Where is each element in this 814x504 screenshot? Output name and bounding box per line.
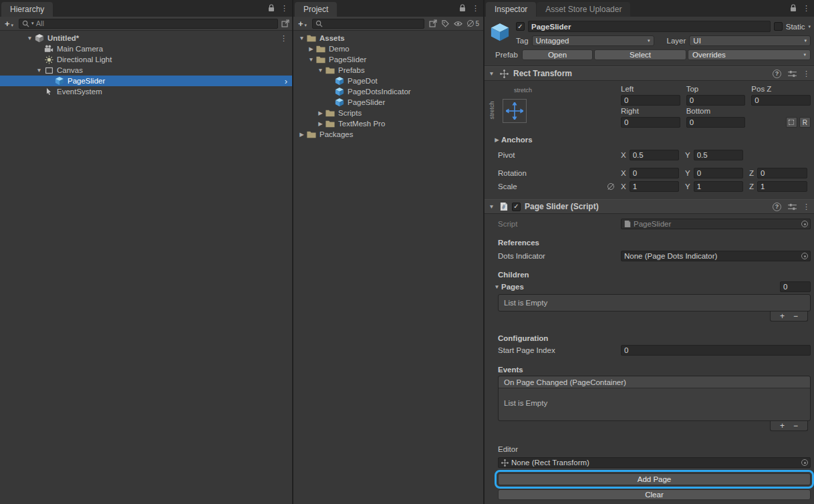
project-search-input[interactable] [312,19,424,29]
foldout-open-icon[interactable]: ▼ [35,67,43,74]
prefab-enter-arrow-icon[interactable]: › [285,76,287,86]
create-add-button[interactable]: +▾ [3,19,15,29]
list-add-button[interactable]: + [780,312,785,320]
project-item-pageslider-prefab[interactable]: PageSlider [293,97,483,108]
foldout-open-icon[interactable]: ▼ [307,56,315,63]
project-item-pagedotsindicator[interactable]: PageDotsIndicator [293,86,483,97]
pivot-y-field[interactable] [694,150,743,160]
presets-icon[interactable] [787,203,797,211]
rotation-y-field[interactable] [694,168,743,178]
foldout-open-icon[interactable]: ▼ [487,203,496,210]
script-object-field[interactable]: PageSlider [621,219,811,229]
pivot-x-field[interactable] [630,150,679,160]
dots-indicator-object-field[interactable]: None (Page Dots Indicator) [621,251,811,261]
event-header[interactable]: On Page Changed (PageContainer) [499,376,810,388]
foldout-closed-icon[interactable]: ▶ [307,45,315,52]
foldout-open-icon[interactable]: ▼ [316,67,325,74]
static-dropdown-icon[interactable]: ▾ [808,24,811,29]
search-by-label-icon[interactable] [442,20,449,27]
gameobject-name-field[interactable] [528,21,771,32]
lock-icon[interactable] [268,4,275,12]
bottom-field[interactable] [686,117,746,128]
open-search-window-icon[interactable] [281,19,289,27]
unlinked-scale-icon[interactable] [607,183,614,190]
kebab-menu-icon[interactable]: ⋮ [803,5,810,12]
help-icon[interactable]: ? [773,70,781,78]
foldout-closed-icon[interactable]: ▶ [316,120,325,127]
foldout-open-icon[interactable]: ▼ [493,283,501,290]
list-remove-button[interactable]: − [793,422,798,430]
search-filter-dropdown-icon[interactable]: ▾ [31,21,34,26]
kebab-menu-icon[interactable]: ⋮ [803,70,810,78]
hierarchy-item-scene[interactable]: ▼ Untitled* ⋮ [0,33,292,43]
layer-dropdown[interactable]: UI▾ [689,35,811,46]
add-page-button[interactable]: Add Page [498,473,811,485]
foldout-open-icon[interactable]: ▼ [487,70,496,77]
pages-size-field[interactable] [780,281,811,292]
object-picker-icon[interactable] [801,221,808,227]
clear-button[interactable]: Clear [498,489,811,500]
list-remove-button[interactable]: − [793,312,798,320]
hierarchy-item-pageslider-selected[interactable]: PageSlider › [0,76,292,86]
object-picker-icon[interactable] [801,253,808,259]
foldout-closed-icon[interactable]: ▶ [297,131,306,138]
kebab-menu-icon[interactable]: ⋮ [281,5,288,12]
start-page-index-field[interactable] [621,345,811,356]
component-enabled-checkbox[interactable]: ✓ [512,203,521,211]
project-item-pagedot[interactable]: PageDot [293,76,483,86]
prefab-select-button[interactable]: Select [594,49,686,60]
project-item-assets[interactable]: ▼ Assets [293,33,483,43]
project-item-pageslider-folder[interactable]: ▼ PageSlider [293,54,483,65]
editor-object-field[interactable]: None (Rect Transform) [498,457,811,468]
prefab-overrides-button[interactable]: Overrides▾ [688,49,811,60]
tab-project[interactable]: Project [295,2,337,17]
blueprint-mode-button[interactable] [786,117,797,128]
posz-field[interactable] [751,95,811,106]
list-add-button[interactable]: + [780,422,785,430]
visibility-eye-icon[interactable] [454,21,462,27]
create-add-button[interactable]: +▾ [296,19,309,29]
foldout-open-icon[interactable]: ▼ [25,35,34,41]
hierarchy-item-directional-light[interactable]: Directional Light [0,54,292,65]
foldout-closed-icon[interactable]: ▶ [316,110,325,116]
open-search-window-icon[interactable] [429,19,437,27]
rotation-x-field[interactable] [630,168,679,178]
tab-asset-store-uploader[interactable]: Asset Store Uploader [537,2,630,17]
presets-icon[interactable] [787,70,797,78]
top-field[interactable] [686,95,746,106]
hierarchy-search-input[interactable]: ▾ All [19,19,278,29]
scale-y-field[interactable] [694,181,743,192]
project-item-prefabs-folder[interactable]: ▼ Prefabs [293,65,483,76]
project-item-packages[interactable]: ▶ Packages [293,129,483,140]
rotation-z-field[interactable] [757,168,807,178]
tab-hierarchy[interactable]: Hierarchy [1,2,53,17]
raw-edit-mode-button[interactable]: R [799,117,811,128]
project-item-demo[interactable]: ▶ Demo [293,43,483,54]
kebab-menu-icon[interactable]: ⋮ [280,33,287,43]
project-item-scripts-folder[interactable]: ▶ Scripts [293,108,483,118]
kebab-menu-icon[interactable]: ⋮ [472,5,479,12]
scale-x-field[interactable] [630,181,679,192]
active-checkbox[interactable]: ✓ [516,22,525,31]
hierarchy-item-canvas[interactable]: ▼ Canvas [0,65,292,76]
foldout-open-icon[interactable]: ▼ [297,35,306,41]
help-icon[interactable]: ? [773,203,781,211]
tab-inspector[interactable]: Inspector [486,2,536,17]
static-checkbox[interactable] [774,22,783,31]
anchor-presets-button[interactable] [503,99,527,123]
anchors-foldout[interactable]: ▶ Anchors [485,134,811,146]
kebab-menu-icon[interactable]: ⋮ [803,203,810,211]
right-field[interactable] [621,117,680,128]
hidden-packages-toggle[interactable]: 5 [467,20,479,27]
hierarchy-item-main-camera[interactable]: Main Camera [0,43,292,54]
rect-transform-header[interactable]: ▼ Rect Transform ? ⋮ [485,66,814,81]
hierarchy-item-eventsystem[interactable]: EventSystem [0,86,292,97]
scale-z-field[interactable] [757,181,807,192]
lock-icon[interactable] [459,4,466,12]
prefab-open-button[interactable]: Open [522,49,593,60]
lock-icon[interactable] [790,4,797,12]
left-field[interactable] [621,95,680,106]
tag-dropdown[interactable]: Untagged▾ [532,35,654,46]
page-slider-header[interactable]: ▼ # ✓ Page Slider (Script) ? ⋮ [485,199,814,214]
object-picker-icon[interactable] [801,459,808,466]
